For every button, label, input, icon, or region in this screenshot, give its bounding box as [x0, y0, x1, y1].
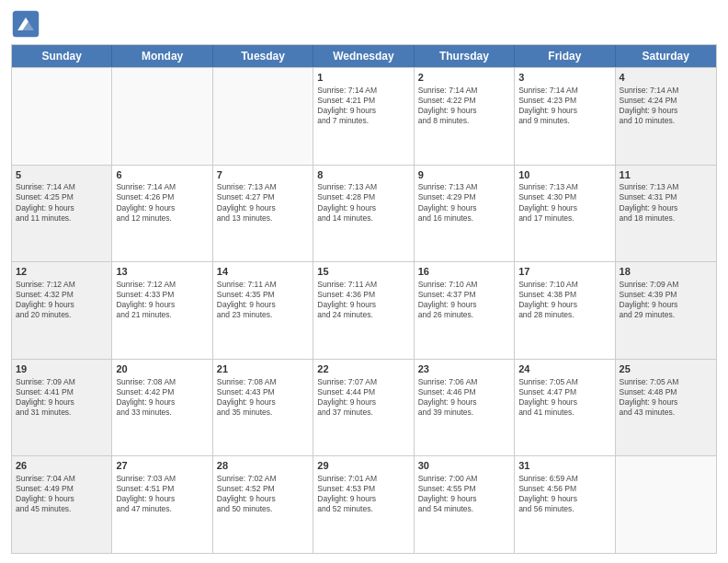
- calendar-cell: 3Sunrise: 7:14 AM Sunset: 4:23 PM Daylig…: [515, 68, 615, 165]
- day-info: Sunrise: 7:14 AM Sunset: 4:22 PM Dayligh…: [418, 86, 510, 126]
- calendar-cell: 14Sunrise: 7:11 AM Sunset: 4:35 PM Dayli…: [213, 262, 313, 359]
- day-number: 20: [116, 362, 208, 376]
- calendar-week-3: 19Sunrise: 7:09 AM Sunset: 4:41 PM Dayli…: [12, 359, 716, 456]
- calendar-cell: 31Sunrise: 6:59 AM Sunset: 4:56 PM Dayli…: [515, 456, 615, 553]
- day-info: Sunrise: 7:14 AM Sunset: 4:24 PM Dayligh…: [620, 86, 712, 126]
- calendar-cell: 16Sunrise: 7:10 AM Sunset: 4:37 PM Dayli…: [415, 262, 515, 359]
- calendar-cell: 7Sunrise: 7:13 AM Sunset: 4:27 PM Daylig…: [213, 166, 313, 262]
- day-info: Sunrise: 7:14 AM Sunset: 4:23 PM Dayligh…: [518, 86, 610, 126]
- day-of-week-wednesday: Wednesday: [313, 45, 414, 67]
- day-number: 12: [16, 265, 108, 279]
- day-of-week-monday: Monday: [112, 45, 212, 67]
- calendar-cell: 4Sunrise: 7:14 AM Sunset: 4:24 PM Daylig…: [616, 68, 716, 165]
- day-info: Sunrise: 7:09 AM Sunset: 4:39 PM Dayligh…: [620, 280, 712, 320]
- calendar-cell: 2Sunrise: 7:14 AM Sunset: 4:22 PM Daylig…: [415, 68, 515, 165]
- logo: [11, 9, 44, 39]
- calendar-cell: 18Sunrise: 7:09 AM Sunset: 4:39 PM Dayli…: [616, 262, 716, 359]
- day-number: 16: [418, 265, 510, 279]
- calendar: SundayMondayTuesdayWednesdayThursdayFrid…: [11, 44, 717, 554]
- day-info: Sunrise: 7:05 AM Sunset: 4:48 PM Dayligh…: [620, 377, 712, 418]
- day-info: Sunrise: 7:14 AM Sunset: 4:21 PM Dayligh…: [317, 86, 409, 126]
- day-number: 31: [518, 459, 610, 473]
- day-info: Sunrise: 7:10 AM Sunset: 4:38 PM Dayligh…: [518, 280, 610, 320]
- day-number: 6: [116, 168, 208, 182]
- calendar-cell: 13Sunrise: 7:12 AM Sunset: 4:33 PM Dayli…: [112, 262, 212, 359]
- day-info: Sunrise: 7:07 AM Sunset: 4:44 PM Dayligh…: [317, 377, 409, 418]
- day-info: Sunrise: 7:05 AM Sunset: 4:47 PM Dayligh…: [518, 377, 610, 418]
- day-info: Sunrise: 7:13 AM Sunset: 4:27 PM Dayligh…: [217, 182, 309, 223]
- day-of-week-friday: Friday: [515, 45, 615, 67]
- day-info: Sunrise: 7:14 AM Sunset: 4:25 PM Dayligh…: [16, 182, 108, 223]
- day-number: 2: [418, 71, 510, 85]
- day-info: Sunrise: 7:02 AM Sunset: 4:52 PM Dayligh…: [217, 474, 309, 514]
- calendar-cell: 30Sunrise: 7:00 AM Sunset: 4:55 PM Dayli…: [415, 456, 515, 553]
- day-of-week-tuesday: Tuesday: [213, 45, 313, 67]
- day-info: Sunrise: 6:59 AM Sunset: 4:56 PM Dayligh…: [518, 474, 610, 514]
- day-info: Sunrise: 7:08 AM Sunset: 4:42 PM Dayligh…: [116, 377, 208, 418]
- calendar-cell: [112, 68, 212, 165]
- calendar-week-4: 26Sunrise: 7:04 AM Sunset: 4:49 PM Dayli…: [12, 455, 716, 553]
- calendar-cell: 6Sunrise: 7:14 AM Sunset: 4:26 PM Daylig…: [112, 166, 212, 262]
- calendar-cell: 19Sunrise: 7:09 AM Sunset: 4:41 PM Dayli…: [12, 360, 112, 456]
- day-info: Sunrise: 7:10 AM Sunset: 4:37 PM Dayligh…: [418, 280, 510, 320]
- day-number: 5: [16, 168, 108, 182]
- calendar-cell: 8Sunrise: 7:13 AM Sunset: 4:28 PM Daylig…: [313, 166, 414, 262]
- day-info: Sunrise: 7:06 AM Sunset: 4:46 PM Dayligh…: [418, 377, 510, 418]
- calendar-week-1: 5Sunrise: 7:14 AM Sunset: 4:25 PM Daylig…: [12, 165, 716, 262]
- calendar-body: 1Sunrise: 7:14 AM Sunset: 4:21 PM Daylig…: [12, 67, 716, 553]
- calendar-cell: 17Sunrise: 7:10 AM Sunset: 4:38 PM Dayli…: [515, 262, 615, 359]
- day-info: Sunrise: 7:01 AM Sunset: 4:53 PM Dayligh…: [317, 474, 409, 514]
- day-number: 28: [217, 459, 309, 473]
- day-number: 21: [217, 362, 309, 376]
- calendar-cell: 20Sunrise: 7:08 AM Sunset: 4:42 PM Dayli…: [112, 360, 212, 456]
- calendar-cell: 10Sunrise: 7:13 AM Sunset: 4:30 PM Dayli…: [515, 166, 615, 262]
- day-number: 27: [116, 459, 208, 473]
- day-of-week-sunday: Sunday: [12, 45, 112, 67]
- day-number: 30: [418, 459, 510, 473]
- day-number: 11: [620, 168, 712, 182]
- day-info: Sunrise: 7:13 AM Sunset: 4:29 PM Dayligh…: [418, 182, 510, 223]
- day-number: 9: [418, 168, 510, 182]
- calendar-cell: 28Sunrise: 7:02 AM Sunset: 4:52 PM Dayli…: [213, 456, 313, 553]
- day-info: Sunrise: 7:08 AM Sunset: 4:43 PM Dayligh…: [217, 377, 309, 418]
- calendar-cell: 26Sunrise: 7:04 AM Sunset: 4:49 PM Dayli…: [12, 456, 112, 553]
- day-of-week-thursday: Thursday: [415, 45, 515, 67]
- calendar-cell: 5Sunrise: 7:14 AM Sunset: 4:25 PM Daylig…: [12, 166, 112, 262]
- day-info: Sunrise: 7:12 AM Sunset: 4:32 PM Dayligh…: [16, 280, 108, 320]
- day-number: 23: [418, 362, 510, 376]
- logo-icon: [11, 9, 40, 39]
- day-number: 18: [620, 265, 712, 279]
- calendar-header: SundayMondayTuesdayWednesdayThursdayFrid…: [12, 45, 716, 67]
- day-info: Sunrise: 7:11 AM Sunset: 4:35 PM Dayligh…: [217, 280, 309, 320]
- day-number: 15: [317, 265, 409, 279]
- calendar-cell: [616, 456, 716, 553]
- calendar-cell: 15Sunrise: 7:11 AM Sunset: 4:36 PM Dayli…: [313, 262, 414, 359]
- day-number: 26: [16, 459, 108, 473]
- calendar-cell: 24Sunrise: 7:05 AM Sunset: 4:47 PM Dayli…: [515, 360, 615, 456]
- day-number: 4: [620, 71, 712, 85]
- header: [11, 9, 717, 39]
- calendar-cell: 21Sunrise: 7:08 AM Sunset: 4:43 PM Dayli…: [213, 360, 313, 456]
- day-info: Sunrise: 7:03 AM Sunset: 4:51 PM Dayligh…: [116, 474, 208, 514]
- calendar-cell: [213, 68, 313, 165]
- day-of-week-saturday: Saturday: [616, 45, 716, 67]
- day-info: Sunrise: 7:13 AM Sunset: 4:30 PM Dayligh…: [518, 182, 610, 223]
- day-number: 19: [16, 362, 108, 376]
- day-number: 17: [518, 265, 610, 279]
- day-number: 22: [317, 362, 409, 376]
- day-number: 10: [518, 168, 610, 182]
- day-info: Sunrise: 7:12 AM Sunset: 4:33 PM Dayligh…: [116, 280, 208, 320]
- calendar-cell: [12, 68, 112, 165]
- day-info: Sunrise: 7:11 AM Sunset: 4:36 PM Dayligh…: [317, 280, 409, 320]
- day-number: 1: [317, 71, 409, 85]
- calendar-cell: 9Sunrise: 7:13 AM Sunset: 4:29 PM Daylig…: [415, 166, 515, 262]
- day-number: 13: [116, 265, 208, 279]
- calendar-cell: 11Sunrise: 7:13 AM Sunset: 4:31 PM Dayli…: [616, 166, 716, 262]
- day-info: Sunrise: 7:00 AM Sunset: 4:55 PM Dayligh…: [418, 474, 510, 514]
- calendar-week-0: 1Sunrise: 7:14 AM Sunset: 4:21 PM Daylig…: [12, 67, 716, 165]
- calendar-cell: 23Sunrise: 7:06 AM Sunset: 4:46 PM Dayli…: [415, 360, 515, 456]
- calendar-week-2: 12Sunrise: 7:12 AM Sunset: 4:32 PM Dayli…: [12, 261, 716, 359]
- day-info: Sunrise: 7:04 AM Sunset: 4:49 PM Dayligh…: [16, 474, 108, 514]
- calendar-cell: 25Sunrise: 7:05 AM Sunset: 4:48 PM Dayli…: [616, 360, 716, 456]
- calendar-cell: 27Sunrise: 7:03 AM Sunset: 4:51 PM Dayli…: [112, 456, 212, 553]
